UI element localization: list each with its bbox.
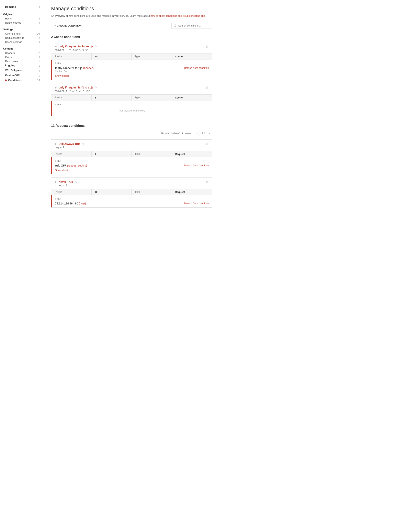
condition-card-cache-2: IF only if request isn't to a .js ✎ req.… xyxy=(51,83,212,116)
type-label-cache-2: Type xyxy=(132,94,172,101)
condition-name-cache-2[interactable]: only if request isn't to a .js xyxy=(59,86,93,89)
show-details-link-req-1[interactable]: Show details xyxy=(55,169,70,172)
active-dot-icon xyxy=(5,80,7,81)
edit-icon-cache-2[interactable]: ✎ xyxy=(95,86,97,89)
condition-header-cache-2: IF only if request isn't to a .js ✎ req.… xyxy=(51,83,212,94)
sidebar-item-hosts[interactable]: Hosts 3 xyxy=(3,16,40,21)
condition-name-cache-1[interactable]: only if request includes .js xyxy=(59,45,93,48)
edit-icon-req-1[interactable]: ✎ xyxy=(82,142,85,146)
then-section-req-1: THEN Add XFF (request setting) Show deta… xyxy=(51,157,212,174)
cache-conditions-section: 2 Cache conditions IF only if request in… xyxy=(51,35,212,116)
page-1[interactable]: 1 xyxy=(202,132,203,135)
toolbar: + CREATE CONDITION xyxy=(51,23,212,29)
then-label-cache-2: THEN xyxy=(55,103,209,106)
condition-name-req-1[interactable]: Still Always True xyxy=(59,142,80,146)
action-name-req-1: Add XFF (request setting) xyxy=(55,164,87,167)
type-label-req-1: Type xyxy=(132,151,172,157)
sidebar-item-override-host[interactable]: Override host Off xyxy=(3,32,40,36)
detach-link-req-2[interactable]: Detach from condition xyxy=(184,202,209,205)
main-content: Manage conditions An overview of how con… xyxy=(43,0,220,221)
request-section-title: 11 Request conditions xyxy=(51,124,212,128)
condition-header-req-2: IF Never True ✎ ! req.url 🗑 xyxy=(51,177,212,189)
if-label-req-2: IF xyxy=(54,181,57,184)
sidebar-item-headers[interactable]: Headers 17 xyxy=(3,51,40,55)
page-prev-button[interactable]: ‹ xyxy=(195,131,200,136)
show-details-link-cache-1[interactable]: Show details xyxy=(55,74,70,77)
delete-icon-req-2[interactable]: 🗑 xyxy=(206,180,209,184)
not-applied-cache-2: Not applied to anything xyxy=(55,107,209,114)
priority-label-cache-1: Priority xyxy=(51,53,92,60)
sidebar-item-health-checks[interactable]: Health checks 4 xyxy=(3,21,40,25)
delete-icon-req-1[interactable]: 🗑 xyxy=(206,142,209,146)
delete-icon-cache-2[interactable]: 🗑 xyxy=(206,86,209,90)
priority-label-req-2: Priority xyxy=(51,189,92,195)
priority-row-cache-2: Priority 5 Type Cache xyxy=(51,94,212,101)
delete-icon-cache-1[interactable]: 🗑 xyxy=(206,45,209,48)
then-label-req-1: THEN xyxy=(55,160,209,162)
page-title: Manage conditions xyxy=(51,5,212,12)
priority-value-cache-2: 5 xyxy=(92,94,132,101)
sidebar-item-request-settings[interactable]: Request settings 2 xyxy=(3,36,40,40)
edit-icon-req-2[interactable]: ✎ xyxy=(75,180,77,184)
then-action-req-2: 74.214.194.66 : 80 (host) Detach from co… xyxy=(55,202,209,205)
pagination-info: Showing 1–10 of 11 results xyxy=(161,132,191,135)
sidebar-item-logging[interactable]: Logging 1 xyxy=(3,63,40,68)
sidebar-header-content: Content xyxy=(3,47,40,50)
sidebar: Domains 3 Origins Hosts 3 Health checks … xyxy=(0,0,43,221)
type-label-req-2: Type xyxy=(132,189,172,195)
condition-card-req-2: IF Never True ✎ ! req.url 🗑 Priority 10 … xyxy=(51,177,212,208)
sidebar-item-custom-vcl[interactable]: Custom VCL 1 xyxy=(3,73,40,78)
condition-header-req-1: IF Still Always True ✎ req.url 🗑 xyxy=(51,140,212,151)
action-name-cache-1: fastly cache ttl for .js (header) xyxy=(55,66,93,70)
priority-value-cache-1: 10 xyxy=(92,53,132,60)
sidebar-header-settings: Settings xyxy=(3,28,40,31)
if-label-req-1: IF xyxy=(54,143,57,146)
type-value-cache-1: Cache xyxy=(172,53,212,60)
then-label-req-2: THEN xyxy=(55,198,209,200)
sidebar-item-cache-settings[interactable]: Cache settings 0 xyxy=(3,40,40,44)
svg-line-1 xyxy=(176,26,176,27)
search-box xyxy=(171,23,212,29)
then-action-req-1: Add XFF (request setting) Show details D… xyxy=(55,164,209,172)
then-label-cache-1: THEN xyxy=(55,62,209,65)
priority-value-req-2: 10 xyxy=(92,189,132,195)
condition-expression-req-2: ! req.url xyxy=(54,184,77,187)
page-description: An overview of how conditions are used a… xyxy=(51,14,212,18)
condition-card-req-1: IF Still Always True ✎ req.url 🗑 Priorit… xyxy=(51,139,212,174)
sidebar-item-responses[interactable]: Responses 1 xyxy=(3,59,40,63)
create-condition-button[interactable]: + CREATE CONDITION xyxy=(51,23,85,29)
cache-section-title: 2 Cache conditions xyxy=(51,35,212,39)
sidebar-item-domains[interactable]: Domains 3 xyxy=(3,5,40,10)
detach-link-req-1[interactable]: Detach from condition xyxy=(184,164,209,167)
page-next-button[interactable]: › xyxy=(207,131,212,136)
type-value-req-2: Request xyxy=(172,189,212,195)
condition-expression-cache-1: req.url ~ "\.js(\?.*)?$" xyxy=(54,49,97,51)
description-link[interactable]: how to apply conditions and troubleshoot… xyxy=(151,14,206,17)
type-value-cache-2: Cache xyxy=(172,94,212,101)
condition-header-cache-1: IF only if request includes .js ✎ req.ur… xyxy=(51,42,212,53)
pagination-row: Showing 1–10 of 11 results ‹ 1 2 › xyxy=(51,131,212,136)
search-icon xyxy=(174,24,177,27)
priority-value-req-1: 1 xyxy=(92,151,132,157)
priority-row-cache-1: Priority 10 Type Cache xyxy=(51,53,212,60)
condition-card-cache-1: IF only if request includes .js ✎ req.ur… xyxy=(51,42,212,80)
then-action-cache-1: fastly cache ttl for .js (header) Cache … xyxy=(55,66,209,77)
then-section-cache-2: THEN Not applied to anything xyxy=(51,101,212,116)
edit-icon-cache-1[interactable]: ✎ xyxy=(95,45,97,48)
priority-label-req-1: Priority xyxy=(51,151,92,157)
action-sub-cache-1: Cache / Set xyxy=(55,70,93,73)
action-name-req-2: 74.214.194.66 : 80 (host) xyxy=(55,202,86,205)
page-2[interactable]: 2 xyxy=(204,132,206,135)
sidebar-item-vcl-snippets[interactable]: VCL Snippets 0 xyxy=(3,68,40,73)
condition-expression-cache-2: req.url !~ "\.js(\?.*)?$" xyxy=(54,90,97,93)
detach-link-cache-1[interactable]: Detach from condition xyxy=(184,66,209,69)
sidebar-item-conditions[interactable]: Conditions 18 xyxy=(3,78,40,82)
page-nav: ‹ 1 2 › xyxy=(195,131,212,136)
then-section-req-2: THEN 74.214.194.66 : 80 (host) Detach fr… xyxy=(51,195,212,207)
priority-row-req-2: Priority 10 Type Request xyxy=(51,189,212,195)
request-conditions-section: 11 Request conditions Showing 1–10 of 11… xyxy=(51,124,212,208)
condition-name-req-2[interactable]: Never True xyxy=(59,180,73,184)
sidebar-item-gzips[interactable]: Gzips 0 xyxy=(3,55,40,59)
sidebar-header-origins: Origins xyxy=(3,13,40,16)
search-input[interactable] xyxy=(178,24,210,27)
